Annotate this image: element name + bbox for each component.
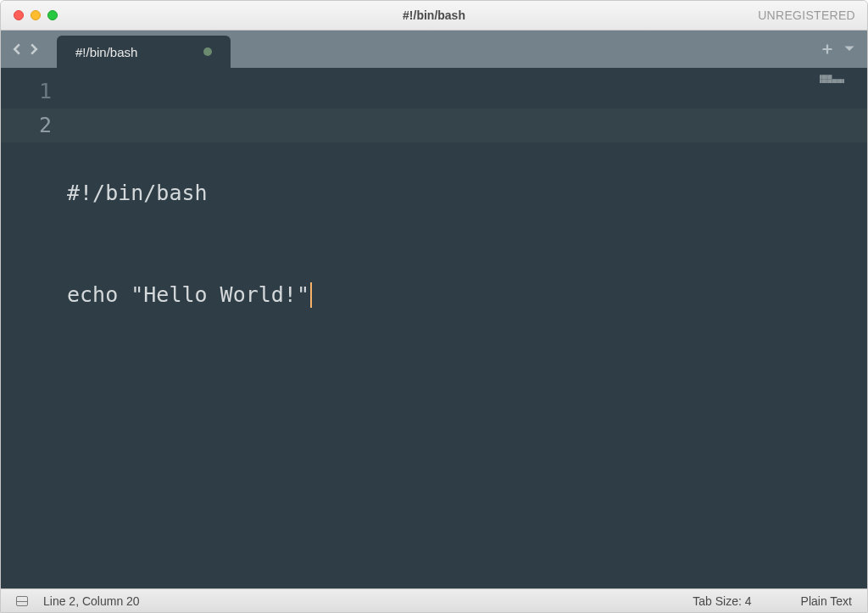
app-window: #!/bin/bash UNREGISTERED #!/bin/bash — [0, 0, 868, 613]
nav-back-button[interactable] — [9, 42, 25, 57]
nav-arrows — [1, 31, 42, 68]
traffic-lights — [1, 10, 58, 20]
panel-toggle-icon[interactable] — [16, 596, 28, 606]
code-text: #!/bin/bash — [67, 176, 208, 210]
maximize-window-button[interactable] — [47, 10, 58, 20]
status-right: Tab Size: 4 Plain Text — [693, 594, 852, 608]
status-tab-size[interactable]: Tab Size: 4 — [693, 594, 751, 608]
minimize-window-button[interactable] — [31, 10, 41, 20]
code-line[interactable]: #!/bin/bash — [67, 176, 867, 210]
line-number: 1 — [1, 75, 52, 109]
tab-dirty-indicator-icon — [203, 47, 212, 56]
tab-active[interactable]: #!/bin/bash — [57, 36, 231, 68]
current-line-highlight — [1, 109, 867, 142]
close-window-button[interactable] — [14, 10, 24, 20]
tabsbar-right — [821, 31, 867, 68]
tabsbar: #!/bin/bash — [1, 31, 867, 68]
tab-label: #!/bin/bash — [75, 45, 137, 59]
registration-status[interactable]: UNREGISTERED — [758, 8, 867, 22]
tab-dropdown-button[interactable] — [843, 45, 855, 53]
status-syntax[interactable]: Plain Text — [801, 594, 852, 608]
text-cursor — [310, 282, 312, 308]
code-line[interactable]: echo "Hello World!" — [67, 278, 867, 312]
code-area[interactable]: #!/bin/bash echo "Hello World!" — [67, 68, 867, 588]
code-text: echo "Hello World!" — [67, 278, 309, 312]
minimap[interactable]: ██████████████████ — [820, 75, 860, 88]
titlebar: #!/bin/bash UNREGISTERED — [1, 1, 867, 31]
statusbar: Line 2, Column 20 Tab Size: 4 Plain Text — [1, 588, 867, 612]
line-number-gutter: 1 2 — [1, 68, 67, 588]
line-number: 2 — [1, 109, 52, 142]
window-title: #!/bin/bash — [1, 8, 867, 22]
new-tab-button[interactable] — [821, 43, 833, 55]
editor[interactable]: 1 2 #!/bin/bash echo "Hello World!" ████… — [1, 68, 867, 588]
nav-forward-button[interactable] — [26, 42, 42, 57]
status-cursor-position[interactable]: Line 2, Column 20 — [43, 594, 140, 608]
